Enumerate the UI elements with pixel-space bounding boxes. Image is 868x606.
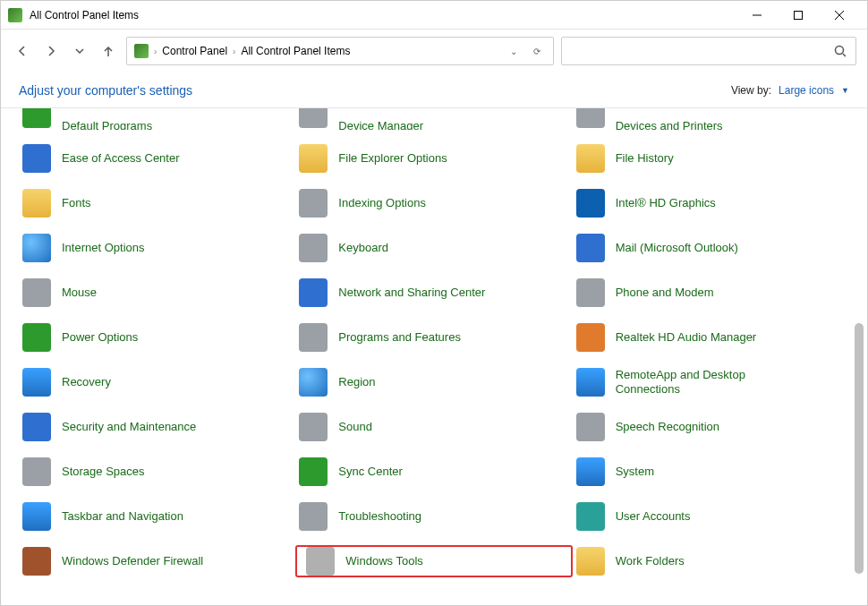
item-mouse[interactable]: Mouse [19,277,295,309]
svg-point-5 [836,47,844,55]
power-options-icon [22,323,51,352]
item-network-sharing-center[interactable]: Network and Sharing Center [295,277,572,309]
security-maintenance-icon [22,413,51,441]
windows-tools-icon [306,547,335,576]
intel-graphics-icon [576,189,605,218]
realtek-audio-icon [576,323,605,352]
item-work-folders[interactable]: Work Folders [573,545,849,577]
item-intel-hd-graphics[interactable]: Intel® HD Graphics [573,187,849,219]
chevron-down-icon: ▼ [841,86,849,95]
item-keyboard[interactable]: Keyboard [295,232,572,264]
mail-icon [576,234,605,262]
scrollbar[interactable] [853,216,865,603]
item-sync-center[interactable]: Sync Center [295,456,572,488]
titlebar: All Control Panel Items [1,1,867,30]
defender-firewall-icon [22,547,51,576]
item-internet-options[interactable]: Internet Options [19,232,295,264]
taskbar-navigation-icon [22,502,51,531]
item-file-explorer-options[interactable]: File Explorer Options [295,142,572,175]
item-storage-spaces[interactable]: Storage Spaces [19,456,295,488]
speech-recognition-icon [576,413,605,441]
forward-button[interactable] [40,40,62,62]
scrollbar-thumb[interactable] [855,323,864,574]
work-folders-icon [576,547,605,576]
back-button[interactable] [12,40,33,62]
indexing-options-icon [299,189,328,218]
item-system[interactable]: System [573,456,849,488]
item-power-options[interactable]: Power Options [19,321,295,354]
user-accounts-icon [576,502,605,531]
network-sharing-icon [299,278,328,307]
content-area: Default Programs Device Manager Devices … [1,108,867,605]
item-programs-and-features[interactable]: Programs and Features [295,321,572,354]
remoteapp-icon [576,368,605,397]
address-box[interactable]: › Control Panel › All Control Panel Item… [126,37,554,65]
item-fonts[interactable]: Fonts [19,187,295,219]
up-button[interactable] [98,40,119,62]
breadcrumb-dropdown-button[interactable]: ⌄ [505,47,523,56]
recovery-icon [22,368,51,397]
item-phone-and-modem[interactable]: Phone and Modem [573,277,849,309]
breadcrumb-current[interactable]: All Control Panel Items [241,45,350,57]
keyboard-icon [299,234,328,262]
recent-locations-button[interactable] [69,40,90,62]
file-explorer-options-icon [299,144,328,173]
svg-rect-1 [795,11,803,19]
close-button[interactable] [819,1,860,30]
item-taskbar-and-navigation[interactable]: Taskbar and Navigation [19,500,295,533]
device-manager-icon [299,108,328,128]
item-device-manager[interactable]: Device Manager [295,108,572,130]
header-bar: Adjust your computer's settings View by:… [1,73,867,108]
item-file-history[interactable]: File History [573,142,849,175]
adjust-settings-heading: Adjust your computer's settings [19,83,192,98]
view-by-label: View by: [731,84,771,97]
system-icon [576,457,605,486]
item-speech-recognition[interactable]: Speech Recognition [573,411,849,443]
items-grid: Ease of Access Center File Explorer Opti… [1,142,867,595]
default-programs-icon [22,108,51,128]
file-history-icon [576,144,605,173]
view-by-selector[interactable]: View by: Large icons ▼ [731,84,849,97]
item-windows-defender-firewall[interactable]: Windows Defender Firewall [19,545,295,577]
item-sound[interactable]: Sound [295,411,572,443]
breadcrumb-root[interactable]: Control Panel [162,45,227,57]
location-icon [134,44,149,58]
maximize-button[interactable] [778,1,819,30]
sync-center-icon [299,457,328,486]
fonts-icon [22,189,51,218]
search-icon [834,45,847,57]
phone-modem-icon [576,278,605,307]
chevron-right-icon: › [154,47,157,56]
sound-icon [299,413,328,441]
item-realtek-hd-audio[interactable]: Realtek HD Audio Manager [573,321,849,354]
item-default-programs[interactable]: Default Programs [19,108,295,130]
mouse-icon [22,278,51,307]
item-security-and-maintenance[interactable]: Security and Maintenance [19,411,295,443]
devices-printers-icon [576,108,605,128]
refresh-button[interactable]: ⟳ [528,47,546,56]
item-ease-of-access-center[interactable]: Ease of Access Center [19,142,295,175]
item-devices-and-printers[interactable]: Devices and Printers [573,108,849,130]
minimize-button[interactable] [736,1,778,30]
storage-spaces-icon [22,457,51,486]
item-user-accounts[interactable]: User Accounts [573,500,849,533]
address-bar: › Control Panel › All Control Panel Item… [1,30,867,73]
region-icon [299,368,328,397]
item-windows-tools[interactable]: Windows Tools [295,545,572,577]
item-region[interactable]: Region [295,366,572,398]
cutoff-row: Default Programs Device Manager Devices … [1,108,867,130]
item-mail-outlook[interactable]: Mail (Microsoft Outlook) [573,232,849,264]
troubleshooting-icon [299,502,328,531]
search-input[interactable] [561,37,856,65]
item-troubleshooting[interactable]: Troubleshooting [295,500,572,533]
programs-features-icon [299,323,328,352]
item-recovery[interactable]: Recovery [19,366,295,398]
ease-of-access-icon [22,144,51,173]
window-title: All Control Panel Items [30,9,736,21]
chevron-right-icon: › [233,47,235,56]
internet-options-icon [22,234,51,262]
item-indexing-options[interactable]: Indexing Options [295,187,572,219]
svg-line-6 [843,54,846,56]
view-by-value: Large icons [779,84,834,97]
item-remoteapp-desktop-connections[interactable]: RemoteApp and Desktop Connections [573,366,849,398]
